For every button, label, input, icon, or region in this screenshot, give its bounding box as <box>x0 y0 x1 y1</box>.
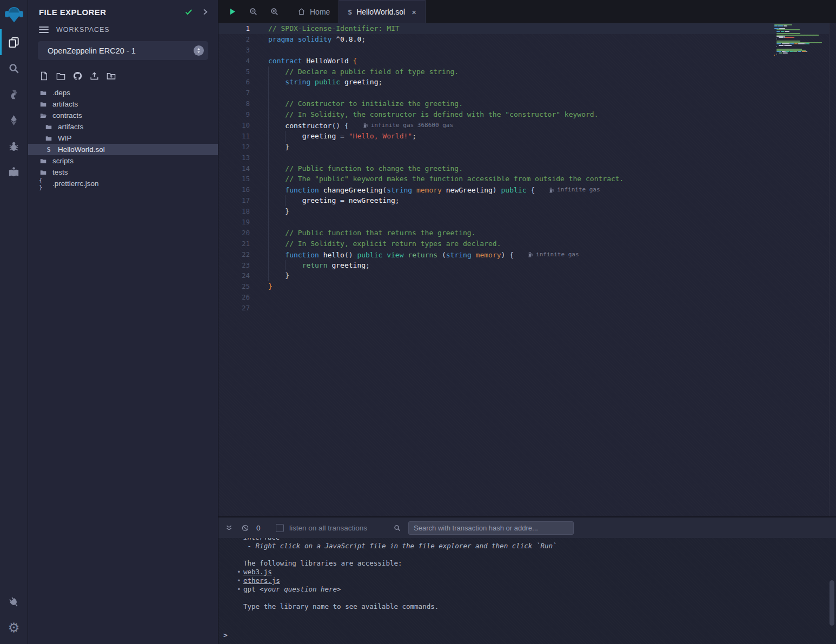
new-file-icon[interactable] <box>38 70 50 82</box>
listen-transactions-checkbox[interactable] <box>276 524 284 532</box>
code-line-12[interactable]: 12 } <box>218 142 829 152</box>
line-number[interactable]: 27 <box>218 303 255 314</box>
upload-folder-icon[interactable] <box>105 70 117 82</box>
line-number[interactable]: 18 <box>218 206 255 217</box>
zoom-out-icon[interactable] <box>248 7 258 17</box>
code-line-8[interactable]: 8 // Constructor to initialize the greet… <box>218 98 829 109</box>
tree-item-scripts[interactable]: scripts <box>28 155 218 167</box>
code-line-15[interactable]: 15 // The "public" keyword makes the fun… <box>218 174 829 184</box>
remix-logo[interactable] <box>0 0 28 29</box>
code-line-10[interactable]: 10 constructor() {infinite gas 368600 ga… <box>218 120 829 131</box>
tree-item--deps[interactable]: .deps <box>28 87 218 98</box>
line-number[interactable]: 26 <box>218 292 255 303</box>
activity-item-learneth-icon[interactable] <box>0 159 28 185</box>
code-line-2[interactable]: 2pragma solidity ^0.8.0; <box>218 34 829 45</box>
run-icon[interactable] <box>227 7 237 17</box>
workspace-selector[interactable]: OpenZeppelin ERC20 - 1 <box>38 41 208 60</box>
terminal-output[interactable]: interface - Right click on a JavaScript … <box>218 538 836 644</box>
line-number[interactable]: 6 <box>218 77 255 88</box>
code-line-22[interactable]: 22 function hello() public view returns … <box>218 249 829 260</box>
minimap[interactable] <box>774 24 827 58</box>
line-number[interactable]: 8 <box>218 98 255 109</box>
github-icon[interactable] <box>71 70 83 82</box>
line-number[interactable]: 16 <box>218 184 255 195</box>
activity-item-solidity-compiler-icon[interactable] <box>0 81 28 107</box>
activity-item-debugger-icon[interactable] <box>0 133 28 159</box>
chevron-right-icon[interactable] <box>200 6 210 17</box>
activity-item-search-icon[interactable] <box>0 55 28 81</box>
terminal-search-input[interactable] <box>408 521 574 535</box>
code-line-18[interactable]: 18 } <box>218 206 829 217</box>
code-line-14[interactable]: 14 // Public function to change the gree… <box>218 163 829 174</box>
code-line-3[interactable]: 3 <box>218 45 829 56</box>
tree-item-artifacts[interactable]: artifacts <box>28 98 218 110</box>
upload-file-icon[interactable] <box>88 70 100 82</box>
line-number[interactable]: 9 <box>218 109 255 120</box>
tree-item-contracts[interactable]: contracts <box>28 110 218 121</box>
code-editor[interactable]: 1// SPDX-License-Identifier: MIT2pragma … <box>218 23 836 516</box>
code-line-16[interactable]: 16 function changeGreeting(string memory… <box>218 184 829 195</box>
ban-icon[interactable] <box>239 522 251 534</box>
line-number[interactable]: 13 <box>218 152 255 163</box>
code-line-23[interactable]: 23 return greeting; <box>218 260 829 271</box>
line-number[interactable]: 15 <box>218 174 255 184</box>
code-line-21[interactable]: 21 // In Solidity, explicit return types… <box>218 238 829 249</box>
line-number[interactable]: 12 <box>218 142 255 152</box>
code-line-9[interactable]: 9 // In Solidity, the constructor is def… <box>218 109 829 120</box>
tree-item-wip[interactable]: WIP <box>28 132 218 144</box>
line-number[interactable]: 2 <box>218 34 255 45</box>
code-line-26[interactable]: 26 <box>218 292 829 303</box>
line-number[interactable]: 19 <box>218 217 255 228</box>
code-line-11[interactable]: 11 greeting = "Hello, World!"; <box>218 131 829 142</box>
line-number[interactable]: 5 <box>218 67 255 77</box>
line-number[interactable]: 11 <box>218 131 255 142</box>
line-number[interactable]: 23 <box>218 260 255 271</box>
terminal-scrollbar-thumb[interactable] <box>830 580 834 626</box>
line-number[interactable]: 22 <box>218 249 255 260</box>
tree-item--prettierrc-json[interactable]: { }.prettierrc.json <box>28 178 218 189</box>
terminal-prompt[interactable]: > <box>218 631 836 644</box>
close-icon[interactable]: × <box>412 8 416 16</box>
code-line-17[interactable]: 17 greeting = newGreeting; <box>218 195 829 206</box>
check-icon[interactable] <box>183 6 194 17</box>
line-number[interactable]: 20 <box>218 228 255 238</box>
library-link[interactable]: ethers.js <box>243 576 280 585</box>
zoom-in-icon[interactable] <box>269 7 279 17</box>
code-line-5[interactable]: 5 // Declare a public field of type stri… <box>218 67 829 77</box>
line-number[interactable]: 7 <box>218 88 255 98</box>
activity-item-plugin-manager-icon[interactable] <box>0 589 28 615</box>
tree-item-tests[interactable]: tests <box>28 167 218 178</box>
code-line-13[interactable]: 13 <box>218 152 829 163</box>
line-number[interactable]: 17 <box>218 195 255 206</box>
workspaces-menu-icon[interactable] <box>39 26 49 33</box>
code-line-7[interactable]: 7 <box>218 88 829 98</box>
line-number[interactable]: 25 <box>218 281 255 292</box>
tree-item-artifacts[interactable]: artifacts <box>28 121 218 132</box>
code-line-1[interactable]: 1// SPDX-License-Identifier: MIT <box>218 23 829 34</box>
line-number[interactable]: 10 <box>218 120 255 131</box>
line-number[interactable]: 1 <box>218 23 255 34</box>
code-line-24[interactable]: 24 } <box>218 270 829 281</box>
code-line-25[interactable]: 25} <box>218 281 829 292</box>
code-line-19[interactable]: 19 <box>218 217 829 228</box>
activity-item-file-explorer-icon[interactable] <box>0 29 28 55</box>
new-folder-icon[interactable] <box>55 70 67 82</box>
line-number[interactable]: 14 <box>218 163 255 174</box>
library-link[interactable]: web3.js <box>243 568 272 576</box>
tree-item-helloworld-sol[interactable]: SHelloWorld.sol <box>28 144 218 155</box>
tab-helloworld-sol[interactable]: SHelloWorld.sol× <box>339 0 426 23</box>
line-number[interactable]: 4 <box>218 56 255 67</box>
activity-item-settings-icon[interactable]: ⚙ <box>0 615 28 641</box>
workspace-switcher-icon[interactable] <box>194 45 204 56</box>
editor-scrollbar[interactable] <box>829 23 836 516</box>
chevron-double-down-icon[interactable] <box>223 522 235 534</box>
code-line-27[interactable]: 27 <box>218 303 829 314</box>
activity-item-deploy-run-icon[interactable] <box>0 107 28 133</box>
code-line-20[interactable]: 20 // Public function that returns the g… <box>218 228 829 238</box>
code-line-4[interactable]: 4contract HelloWorld { <box>218 56 829 67</box>
line-number[interactable]: 21 <box>218 238 255 249</box>
tab-home[interactable]: Home <box>289 0 339 23</box>
line-number[interactable]: 24 <box>218 270 255 281</box>
code-line-6[interactable]: 6 string public greeting; <box>218 77 829 88</box>
line-number[interactable]: 3 <box>218 45 255 56</box>
